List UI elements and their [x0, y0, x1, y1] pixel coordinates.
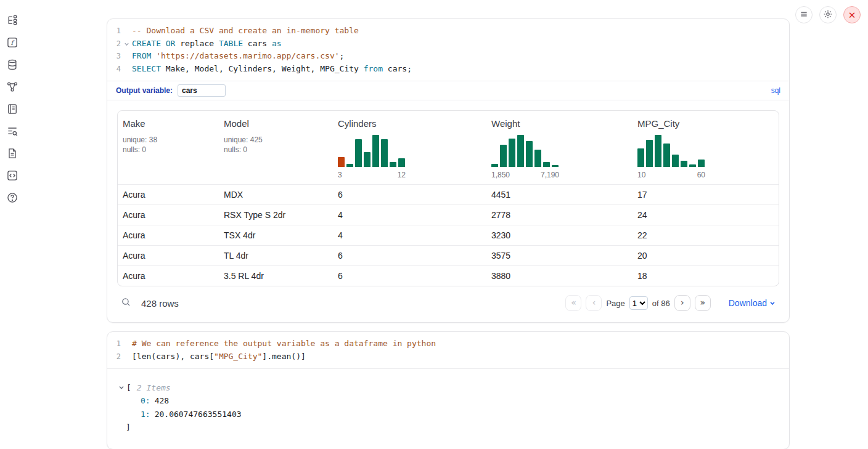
- code-text: SELECT Make, Model, Cylinders, Weight, M…: [132, 63, 789, 76]
- column-name: Model: [224, 118, 328, 129]
- column-header-make[interactable]: Make unique: 38 nulls: 0: [118, 111, 219, 185]
- stat-nulls: nulls: 0: [224, 145, 328, 155]
- sidebar-item-snippets[interactable]: [5, 169, 20, 182]
- fold-spacer: [121, 63, 132, 76]
- hist-bar: [390, 162, 396, 167]
- table-cell: Acura: [118, 265, 219, 286]
- gear-icon: [823, 9, 833, 21]
- chevron-right-icon: ›: [681, 298, 684, 307]
- table-row[interactable]: AcuraMDX6445117: [118, 184, 779, 204]
- shutdown-button[interactable]: ✕: [843, 6, 861, 23]
- fold-chevron-icon[interactable]: [121, 38, 132, 51]
- line-number: 1: [107, 25, 121, 38]
- table-row[interactable]: Acura3.5 RL 4dr6388018: [118, 265, 779, 286]
- stat-unique: unique: 425: [224, 135, 328, 145]
- next-page-button[interactable]: ›: [674, 295, 690, 311]
- previous-page-button[interactable]: ‹: [586, 295, 602, 311]
- fold-spacer: [121, 350, 132, 363]
- sidebar-item-scratchpad[interactable]: [5, 102, 20, 116]
- code-line: 3FROM 'https://datasets.marimo.app/cars.…: [107, 50, 789, 63]
- table-cell: 3.5 RL 4dr: [219, 265, 333, 286]
- output-variable-bar: Output variable: sql: [107, 81, 789, 100]
- histogram-range-labels: 1,850 7,190: [491, 171, 559, 180]
- line-number: 3: [107, 50, 121, 63]
- collapse-chevron-icon[interactable]: [118, 384, 125, 390]
- hist-min-label: 1,850: [491, 171, 510, 179]
- table-cell: 18: [633, 265, 779, 286]
- database-icon: [6, 59, 18, 71]
- hist-bar: [372, 135, 379, 167]
- token-keyword: FROM: [132, 51, 151, 60]
- line-number: 1: [107, 338, 121, 350]
- hist-bar: [698, 160, 705, 167]
- mpg-city-histogram: 10 60: [637, 135, 774, 180]
- hist-bar: [637, 148, 644, 167]
- search-icon[interactable]: [121, 297, 131, 310]
- left-icon-rail: f: [5, 14, 20, 204]
- tree-item: 0:428: [118, 394, 779, 408]
- sidebar-item-documentation[interactable]: [5, 147, 20, 160]
- hist-bar: [543, 162, 550, 167]
- table-row[interactable]: AcuraRSX Type S 2dr4277824: [118, 204, 779, 225]
- line-number: 2: [107, 38, 121, 51]
- weight-histogram: 1,850 7,190: [491, 135, 628, 180]
- table-row[interactable]: AcuraTL 4dr6357520: [118, 245, 779, 265]
- token-keyword: SELECT: [132, 64, 161, 73]
- notebook-controls: ✕: [795, 6, 861, 23]
- stat-nulls: nulls: 0: [123, 145, 214, 155]
- python-cell: 1# We can reference the output variable …: [107, 331, 790, 449]
- function-icon: f: [6, 36, 18, 49]
- column-header-weight[interactable]: Weight 1,850 7,190: [486, 111, 633, 185]
- hist-bar: [672, 155, 679, 167]
- page-select[interactable]: 1: [629, 296, 648, 310]
- token-string: 'https://datasets.marimo.app/cars.csv': [156, 51, 339, 60]
- table-cell: MDX: [219, 184, 333, 204]
- settings-button[interactable]: [819, 6, 837, 23]
- sidebar-item-file-explorer[interactable]: [5, 14, 20, 27]
- sidebar-item-logs[interactable]: [5, 124, 20, 138]
- hist-bar: [338, 157, 345, 167]
- menu-button[interactable]: [795, 6, 813, 23]
- column-header-cylinders[interactable]: Cylinders 3 12: [333, 111, 486, 185]
- sidebar-item-functions[interactable]: f: [5, 36, 20, 49]
- column-header-mpg-city[interactable]: MPG_City 10 60: [633, 111, 779, 185]
- table-cell: 6: [333, 184, 486, 204]
- table-cell: TSX 4dr: [219, 225, 333, 245]
- fold-spacer: [121, 25, 132, 38]
- token-keyword: from: [364, 64, 383, 73]
- svg-text:f: f: [11, 39, 15, 46]
- chevron-left-icon: ‹: [592, 298, 596, 307]
- histogram-range-labels: 10 60: [637, 171, 705, 180]
- sidebar-item-help[interactable]: [5, 191, 20, 204]
- table-cell: 3575: [486, 245, 633, 265]
- code-text: CREATE OR replace TABLE cars as: [132, 38, 789, 51]
- download-button[interactable]: Download: [729, 298, 776, 308]
- output-variable-input[interactable]: [178, 84, 226, 97]
- hist-bar: [526, 141, 533, 167]
- hist-bar: [398, 158, 405, 167]
- code-text: -- Download a CSV and create an in-memor…: [132, 25, 789, 38]
- chevron-down-icon: [769, 298, 776, 308]
- total-pages-label: of 86: [652, 299, 670, 308]
- dataframe-table-container: Make unique: 38 nulls: 0 Model unique: 4…: [117, 110, 779, 287]
- table-cell: 4: [333, 225, 486, 245]
- table-cell: Acura: [118, 225, 219, 245]
- token-plain: [151, 51, 156, 60]
- sql-code-editor[interactable]: 1-- Download a CSV and create an in-memo…: [107, 19, 789, 81]
- token-plain: Make, Model, Cylinders, Weight, MPG_City: [161, 64, 364, 73]
- first-page-button[interactable]: «: [565, 295, 581, 311]
- sidebar-item-dependency-graph[interactable]: [5, 80, 20, 94]
- close-bracket: ]: [118, 421, 779, 434]
- table-cell: 20: [633, 245, 779, 265]
- column-header-model[interactable]: Model unique: 425 nulls: 0: [219, 111, 333, 185]
- hist-bar: [689, 164, 696, 167]
- hist-bar: [681, 161, 687, 167]
- row-count: 428 rows: [141, 298, 179, 309]
- python-code-editor[interactable]: 1# We can reference the output variable …: [107, 332, 789, 368]
- token-plain: ].mean()]: [262, 352, 305, 361]
- sidebar-item-datasources[interactable]: [5, 58, 20, 71]
- table-row[interactable]: AcuraTSX 4dr4323022: [118, 225, 779, 245]
- pagination: « ‹ Page 1 of 86 › » Download: [565, 295, 776, 311]
- language-badge[interactable]: sql: [771, 86, 780, 95]
- last-page-button[interactable]: »: [695, 295, 711, 311]
